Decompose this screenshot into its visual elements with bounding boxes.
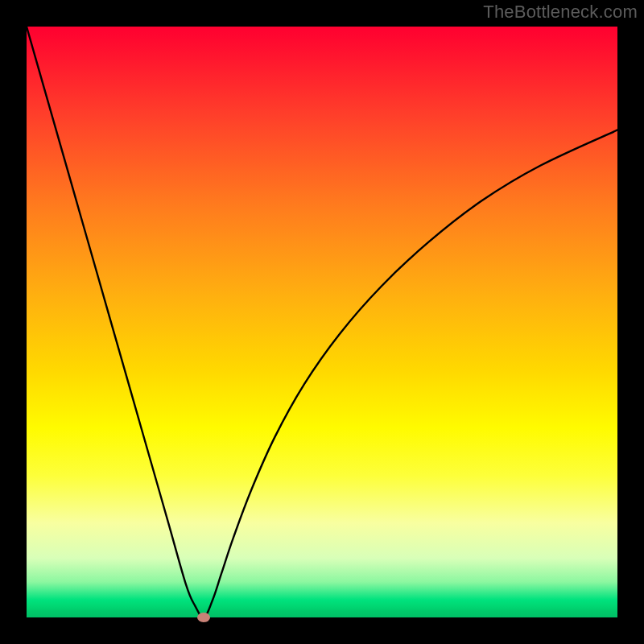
chart-frame: TheBottleneck.com — [0, 0, 644, 644]
optimum-marker — [197, 613, 210, 622]
watermark-text: TheBottleneck.com — [483, 2, 638, 23]
bottleneck-curve — [27, 27, 617, 617]
plot-area — [27, 27, 617, 617]
curve-svg — [27, 27, 617, 617]
